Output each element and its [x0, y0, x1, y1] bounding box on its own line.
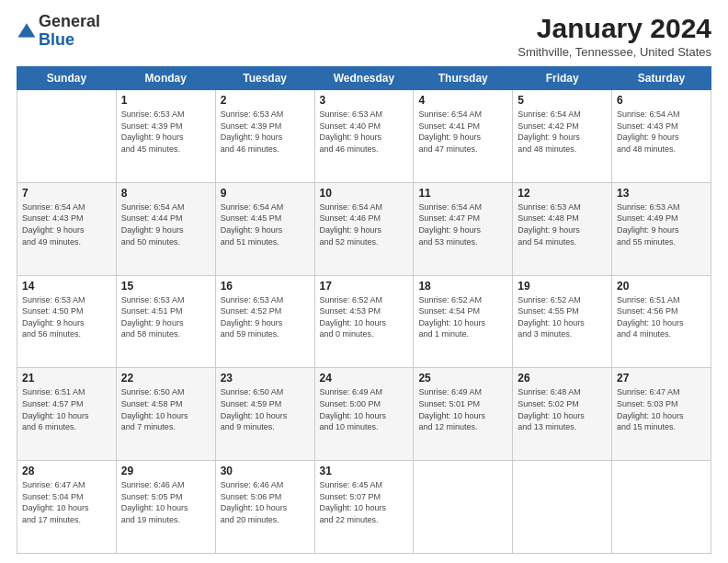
calendar-cell: 24Sunrise: 6:49 AM Sunset: 5:00 PM Dayli… [314, 368, 414, 461]
calendar-cell: 11Sunrise: 6:54 AM Sunset: 4:47 PM Dayli… [414, 182, 513, 275]
day-info: Sunrise: 6:53 AM Sunset: 4:39 PM Dayligh… [121, 109, 210, 155]
day-number: 5 [518, 94, 607, 107]
day-number: 9 [221, 187, 310, 200]
day-info: Sunrise: 6:54 AM Sunset: 4:44 PM Dayligh… [121, 201, 210, 247]
day-number: 1 [121, 94, 210, 107]
calendar-cell: 16Sunrise: 6:53 AM Sunset: 4:52 PM Dayli… [215, 275, 314, 368]
day-info: Sunrise: 6:49 AM Sunset: 5:00 PM Dayligh… [320, 386, 409, 432]
calendar-cell: 23Sunrise: 6:50 AM Sunset: 4:59 PM Dayli… [215, 368, 314, 461]
logo-text: General Blue [39, 13, 100, 50]
calendar-cell: 27Sunrise: 6:47 AM Sunset: 5:03 PM Dayli… [612, 368, 711, 461]
day-number: 24 [320, 372, 409, 385]
calendar-cell [513, 461, 612, 554]
day-number: 20 [617, 280, 706, 293]
calendar-cell: 25Sunrise: 6:49 AM Sunset: 5:01 PM Dayli… [414, 368, 513, 461]
day-number: 16 [221, 280, 310, 293]
calendar-dow-thursday: Thursday [414, 67, 513, 90]
day-number: 10 [320, 187, 409, 200]
day-number: 28 [22, 465, 111, 477]
day-info: Sunrise: 6:53 AM Sunset: 4:52 PM Dayligh… [221, 294, 310, 340]
day-number: 4 [418, 94, 507, 107]
day-number: 30 [221, 465, 310, 477]
month-year: January 2024 [518, 13, 711, 43]
day-info: Sunrise: 6:45 AM Sunset: 5:07 PM Dayligh… [320, 479, 409, 525]
calendar-cell: 8Sunrise: 6:54 AM Sunset: 4:44 PM Daylig… [116, 182, 215, 275]
calendar-week-5: 28Sunrise: 6:47 AM Sunset: 5:04 PM Dayli… [17, 461, 711, 554]
calendar-dow-tuesday: Tuesday [215, 67, 314, 90]
day-info: Sunrise: 6:46 AM Sunset: 5:06 PM Dayligh… [221, 479, 310, 525]
day-info: Sunrise: 6:54 AM Sunset: 4:46 PM Dayligh… [320, 201, 409, 247]
day-info: Sunrise: 6:53 AM Sunset: 4:50 PM Dayligh… [22, 294, 111, 340]
calendar-cell: 26Sunrise: 6:48 AM Sunset: 5:02 PM Dayli… [513, 368, 612, 461]
calendar-cell: 31Sunrise: 6:45 AM Sunset: 5:07 PM Dayli… [314, 461, 414, 554]
calendar-cell: 30Sunrise: 6:46 AM Sunset: 5:06 PM Dayli… [215, 461, 314, 554]
day-number: 12 [518, 187, 607, 200]
day-info: Sunrise: 6:54 AM Sunset: 4:43 PM Dayligh… [22, 201, 111, 247]
day-info: Sunrise: 6:46 AM Sunset: 5:05 PM Dayligh… [121, 479, 210, 525]
logo-general: General [39, 12, 100, 30]
calendar-cell [17, 90, 117, 183]
logo-blue: Blue [39, 30, 74, 49]
calendar-cell: 29Sunrise: 6:46 AM Sunset: 5:05 PM Dayli… [116, 461, 215, 554]
day-info: Sunrise: 6:52 AM Sunset: 4:53 PM Dayligh… [320, 294, 409, 340]
calendar-cell: 14Sunrise: 6:53 AM Sunset: 4:50 PM Dayli… [17, 275, 117, 368]
day-number: 25 [418, 372, 507, 385]
calendar-dow-wednesday: Wednesday [314, 67, 414, 90]
day-number: 6 [617, 94, 706, 107]
calendar-cell: 1Sunrise: 6:53 AM Sunset: 4:39 PM Daylig… [116, 90, 215, 183]
day-number: 31 [320, 465, 409, 477]
day-info: Sunrise: 6:50 AM Sunset: 4:58 PM Dayligh… [121, 386, 210, 432]
calendar-cell: 22Sunrise: 6:50 AM Sunset: 4:58 PM Dayli… [116, 368, 215, 461]
title-block: January 2024 Smithville, Tennessee, Unit… [518, 13, 711, 59]
day-info: Sunrise: 6:51 AM Sunset: 4:57 PM Dayligh… [22, 386, 111, 432]
header: General Blue January 2024 Smithville, Te… [17, 13, 711, 59]
day-number: 27 [617, 372, 706, 385]
location: Smithville, Tennessee, United States [518, 45, 711, 59]
day-info: Sunrise: 6:50 AM Sunset: 4:59 PM Dayligh… [221, 386, 310, 432]
calendar-dow-monday: Monday [116, 67, 215, 90]
day-info: Sunrise: 6:53 AM Sunset: 4:39 PM Dayligh… [221, 109, 310, 155]
calendar-cell: 20Sunrise: 6:51 AM Sunset: 4:56 PM Dayli… [612, 275, 711, 368]
calendar-cell: 17Sunrise: 6:52 AM Sunset: 4:53 PM Dayli… [314, 275, 414, 368]
day-info: Sunrise: 6:54 AM Sunset: 4:42 PM Dayligh… [518, 109, 607, 155]
calendar-cell: 9Sunrise: 6:54 AM Sunset: 4:45 PM Daylig… [215, 182, 314, 275]
day-info: Sunrise: 6:47 AM Sunset: 5:04 PM Dayligh… [22, 479, 111, 525]
day-info: Sunrise: 6:53 AM Sunset: 4:51 PM Dayligh… [121, 294, 210, 340]
calendar-cell [414, 461, 513, 554]
day-info: Sunrise: 6:49 AM Sunset: 5:01 PM Dayligh… [418, 386, 507, 432]
day-info: Sunrise: 6:54 AM Sunset: 4:45 PM Dayligh… [221, 201, 310, 247]
day-info: Sunrise: 6:54 AM Sunset: 4:43 PM Dayligh… [617, 109, 706, 155]
calendar-week-3: 14Sunrise: 6:53 AM Sunset: 4:50 PM Dayli… [17, 275, 711, 368]
day-number: 23 [221, 372, 310, 385]
calendar-cell: 10Sunrise: 6:54 AM Sunset: 4:46 PM Dayli… [314, 182, 414, 275]
day-number: 3 [320, 94, 409, 107]
calendar-dow-sunday: Sunday [17, 67, 117, 90]
calendar-week-2: 7Sunrise: 6:54 AM Sunset: 4:43 PM Daylig… [17, 182, 711, 275]
calendar-cell [612, 461, 711, 554]
day-number: 21 [22, 372, 111, 385]
calendar-cell: 12Sunrise: 6:53 AM Sunset: 4:48 PM Dayli… [513, 182, 612, 275]
day-number: 11 [418, 187, 507, 200]
day-number: 26 [518, 372, 607, 385]
day-info: Sunrise: 6:52 AM Sunset: 4:54 PM Dayligh… [418, 294, 507, 340]
day-info: Sunrise: 6:53 AM Sunset: 4:40 PM Dayligh… [320, 109, 409, 155]
calendar-cell: 19Sunrise: 6:52 AM Sunset: 4:55 PM Dayli… [513, 275, 612, 368]
day-info: Sunrise: 6:52 AM Sunset: 4:55 PM Dayligh… [518, 294, 607, 340]
calendar-cell: 28Sunrise: 6:47 AM Sunset: 5:04 PM Dayli… [17, 461, 117, 554]
calendar-week-4: 21Sunrise: 6:51 AM Sunset: 4:57 PM Dayli… [17, 368, 711, 461]
day-number: 8 [121, 187, 210, 200]
calendar-cell: 21Sunrise: 6:51 AM Sunset: 4:57 PM Dayli… [17, 368, 117, 461]
calendar-header-row: SundayMondayTuesdayWednesdayThursdayFrid… [17, 67, 711, 90]
day-number: 22 [121, 372, 210, 385]
calendar-cell: 3Sunrise: 6:53 AM Sunset: 4:40 PM Daylig… [314, 90, 414, 183]
logo-icon [17, 21, 37, 41]
calendar-cell: 13Sunrise: 6:53 AM Sunset: 4:49 PM Dayli… [612, 182, 711, 275]
calendar-cell: 5Sunrise: 6:54 AM Sunset: 4:42 PM Daylig… [513, 90, 612, 183]
day-number: 18 [418, 280, 507, 293]
day-number: 2 [221, 94, 310, 107]
calendar-dow-friday: Friday [513, 67, 612, 90]
day-info: Sunrise: 6:54 AM Sunset: 4:47 PM Dayligh… [418, 201, 507, 247]
calendar-cell: 18Sunrise: 6:52 AM Sunset: 4:54 PM Dayli… [414, 275, 513, 368]
calendar-table: SundayMondayTuesdayWednesdayThursdayFrid… [17, 66, 711, 554]
day-number: 7 [22, 187, 111, 200]
